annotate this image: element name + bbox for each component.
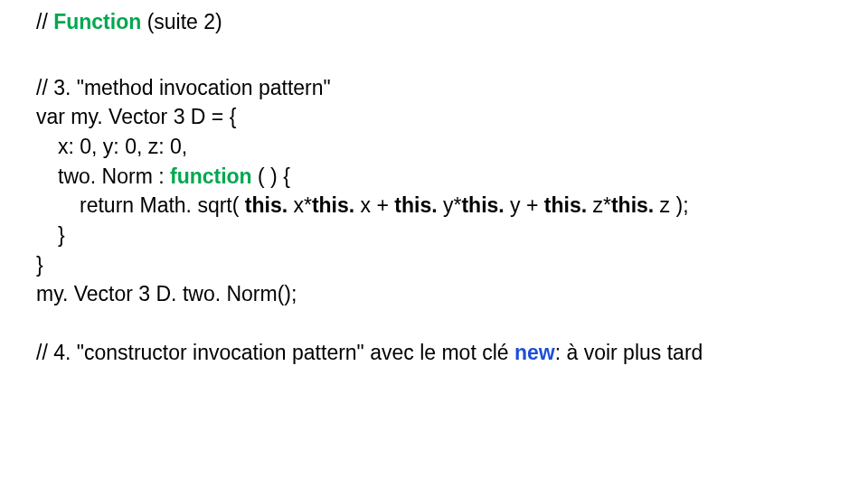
- keyword-this: this.: [312, 193, 361, 217]
- code-line: my. Vector 3 D. two. Norm();: [36, 279, 841, 309]
- keyword-function: function: [170, 164, 258, 188]
- code-line: // 3. "method invocation pattern": [36, 73, 841, 103]
- code-line: var my. Vector 3 D = {: [36, 102, 841, 132]
- code-line: // 4. "constructor invocation pattern" a…: [36, 338, 841, 368]
- code-line: }: [36, 221, 841, 250]
- keyword-this: this.: [245, 193, 294, 217]
- text: : à voir plus tard: [555, 341, 703, 364]
- code-line: x: 0, y: 0, z: 0,: [36, 132, 841, 162]
- text: y +: [510, 193, 544, 217]
- text: x +: [361, 193, 395, 217]
- slide: // Function (suite 2) // 3. "method invo…: [0, 0, 868, 368]
- code-line: }: [36, 250, 841, 280]
- text: y*: [443, 193, 461, 217]
- keyword-this: this.: [461, 193, 510, 217]
- keyword-this: this.: [544, 193, 593, 217]
- text: return Math. sqrt(: [80, 193, 245, 217]
- title-keyword: Function: [53, 10, 146, 33]
- keyword-new: new: [514, 341, 555, 364]
- code-block-3: // 3. "method invocation pattern" var my…: [36, 73, 841, 309]
- text: z*: [592, 193, 610, 217]
- code-line: two. Norm : function ( ) {: [36, 162, 841, 192]
- title-prefix: //: [36, 10, 53, 33]
- text: // 4. "constructor invocation pattern" a…: [36, 341, 514, 364]
- text: ( ) {: [258, 164, 290, 188]
- spacer: [36, 309, 841, 338]
- keyword-this: this.: [394, 193, 443, 217]
- text: two. Norm :: [58, 164, 170, 188]
- code-line: return Math. sqrt( this. x*this. x + thi…: [36, 191, 841, 221]
- slide-title: // Function (suite 2): [36, 7, 841, 37]
- title-suffix: (suite 2): [147, 10, 222, 33]
- text: x*: [293, 193, 311, 217]
- keyword-this: this.: [611, 193, 660, 217]
- text: z );: [660, 193, 689, 217]
- code-block-4: // 4. "constructor invocation pattern" a…: [36, 338, 841, 368]
